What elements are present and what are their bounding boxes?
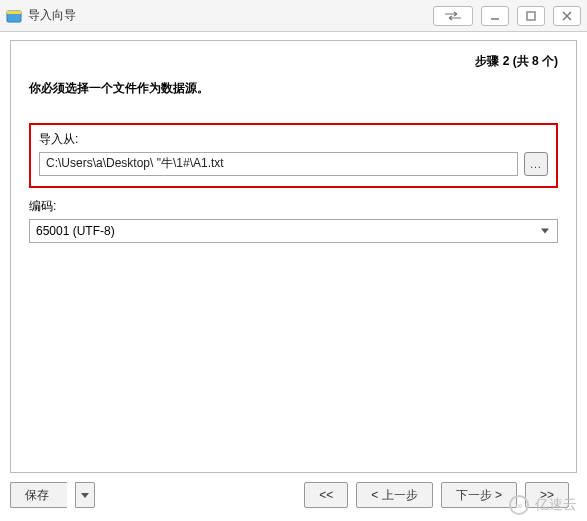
save-split-button: 保存 [10,482,95,508]
wizard-footer: 保存 << < 上一步 下一步 > >> [10,479,577,511]
maximize-button[interactable] [517,6,545,26]
encoding-value: 65001 (UTF-8) [36,224,115,238]
import-from-row: C:\Users\a\Desktop\ "牛\1#\A1.txt ... [39,152,548,176]
content-panel: 步骤 2 (共 8 个) 你必须选择一个文件作为数据源。 导入从: C:\Use… [10,40,577,473]
import-from-input[interactable]: C:\Users\a\Desktop\ "牛\1#\A1.txt [39,152,518,176]
window-controls [433,6,581,26]
titlebar: 导入向导 [0,0,587,32]
import-from-highlight: 导入从: C:\Users\a\Desktop\ "牛\1#\A1.txt ..… [29,123,558,188]
window-title: 导入向导 [28,7,76,24]
last-step-button[interactable]: >> [525,482,569,508]
import-from-label: 导入从: [39,131,548,148]
svg-rect-3 [527,12,535,20]
step-indicator: 步骤 2 (共 8 个) [29,53,558,70]
next-step-button[interactable]: 下一步 > [441,482,517,508]
encoding-label: 编码: [29,198,558,215]
instruction-text: 你必须选择一个文件作为数据源。 [29,80,558,97]
first-step-button[interactable]: << [304,482,348,508]
previous-step-button[interactable]: < 上一步 [356,482,432,508]
save-dropdown-button[interactable] [75,482,95,508]
app-icon [6,8,22,24]
chevron-down-icon [81,493,89,498]
browse-button[interactable]: ... [524,152,548,176]
minimize-button[interactable] [481,6,509,26]
encoding-section: 编码: 65001 (UTF-8) [29,198,558,243]
encoding-select[interactable]: 65001 (UTF-8) [29,219,558,243]
svg-rect-1 [7,11,21,14]
save-button[interactable]: 保存 [10,482,67,508]
transfer-button[interactable] [433,6,473,26]
close-button[interactable] [553,6,581,26]
